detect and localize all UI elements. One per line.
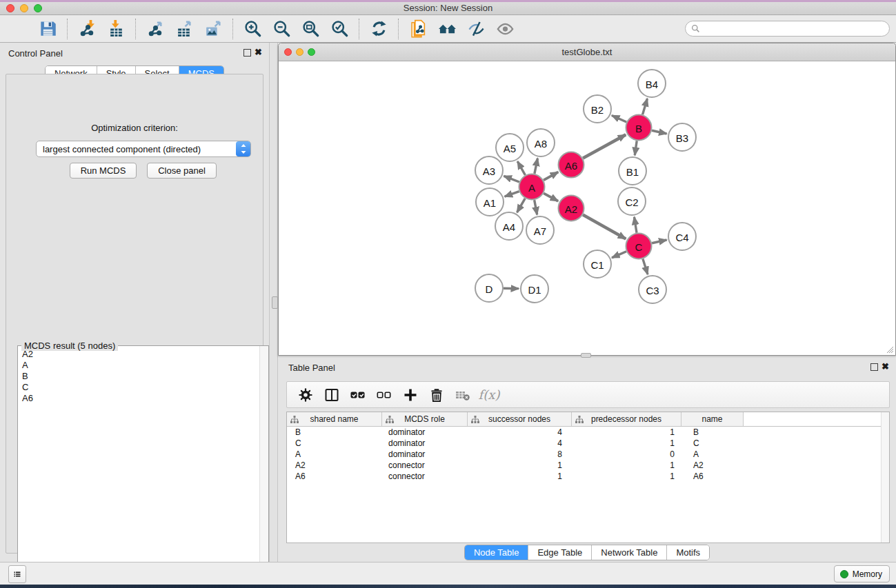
graph-node-C1[interactable]: C1 xyxy=(584,250,611,278)
delete-table-button[interactable] xyxy=(451,384,475,406)
network-graph[interactable]: AA1A3A5A8A6A2A4A7BB1B2B3B4CC1C2C3C4DD1 xyxy=(279,61,895,355)
run-mcds-button[interactable]: Run MCDS xyxy=(70,163,137,179)
add-column-button[interactable] xyxy=(399,384,422,406)
graph-node-B2[interactable]: B2 xyxy=(584,95,611,123)
zoom-in-button[interactable] xyxy=(240,17,265,41)
result-item[interactable]: B xyxy=(22,371,259,382)
graph-node-A7[interactable]: A7 xyxy=(526,216,554,244)
table-row[interactable]: A2connector11A2 xyxy=(287,460,889,471)
graph-edge-A-A8[interactable] xyxy=(535,159,538,174)
graph-node-A8[interactable]: A8 xyxy=(527,129,555,156)
graph-node-B[interactable]: B xyxy=(626,115,652,141)
table-row[interactable]: Bdominator41B xyxy=(287,427,889,438)
new-network-from-selection-button[interactable] xyxy=(406,17,430,41)
refresh-view-button[interactable] xyxy=(366,17,391,41)
table-row[interactable]: A6connector11A6 xyxy=(287,471,889,482)
graph-node-D[interactable]: D xyxy=(475,274,503,302)
float-table-panel-icon[interactable] xyxy=(870,363,878,371)
result-list-scrollbar[interactable] xyxy=(259,346,268,583)
graph-edge-A6-B[interactable] xyxy=(583,134,626,158)
column-header-shared-name[interactable]: shared name xyxy=(287,412,382,426)
graph-node-C3[interactable]: C3 xyxy=(639,276,666,303)
network-window-titlebar[interactable]: testGlobe.txt xyxy=(279,43,895,61)
show-all-button[interactable] xyxy=(492,17,517,41)
graph-node-A1[interactable]: A1 xyxy=(476,188,504,216)
criterion-select[interactable]: largest connected component (directed) xyxy=(36,141,251,157)
table-scrollbar[interactable] xyxy=(881,412,889,543)
resize-grip-icon[interactable] xyxy=(886,345,894,354)
graph-edge-A-A4[interactable] xyxy=(517,199,526,212)
graph-node-A5[interactable]: A5 xyxy=(496,134,524,161)
import-network-button[interactable] xyxy=(74,17,99,41)
horizontal-scroll-thumb[interactable] xyxy=(581,353,591,358)
zoom-fit-button[interactable] xyxy=(298,17,323,41)
select-all-button[interactable] xyxy=(346,384,370,406)
float-panel-icon[interactable] xyxy=(243,49,251,57)
zoom-selected-button[interactable] xyxy=(327,17,352,41)
graph-edge-A-A1[interactable] xyxy=(505,192,519,197)
column-header-predecessor-nodes[interactable]: predecessor nodes xyxy=(572,412,681,426)
graph-node-A2[interactable]: A2 xyxy=(559,196,584,221)
import-table-button[interactable] xyxy=(103,17,128,41)
delete-column-button[interactable] xyxy=(425,384,448,406)
column-header-name[interactable]: name xyxy=(681,412,744,426)
deselect-all-button[interactable] xyxy=(372,384,396,406)
graph-node-A4[interactable]: A4 xyxy=(495,212,523,240)
table-settings-button[interactable] xyxy=(294,384,317,406)
graph-edge-C-C2[interactable] xyxy=(634,217,637,233)
graph-edge-A-A3[interactable] xyxy=(504,176,519,182)
export-network-button[interactable] xyxy=(143,17,168,41)
graph-node-B1[interactable]: B1 xyxy=(619,157,646,185)
column-header-mcds-role[interactable]: MCDS role xyxy=(382,412,468,426)
function-builder-button[interactable]: f(x) xyxy=(477,384,501,406)
table-row[interactable]: Cdominator41C xyxy=(287,438,889,449)
graph-edge-B-B4[interactable] xyxy=(643,99,648,114)
save-session-button[interactable] xyxy=(35,17,60,41)
result-item[interactable]: C xyxy=(22,382,259,393)
search-box[interactable] xyxy=(685,21,890,37)
graph-edge-A2-C[interactable] xyxy=(583,215,626,239)
graph-edge-A-A7[interactable] xyxy=(535,200,537,214)
show-tasks-button[interactable] xyxy=(8,565,26,583)
table-row[interactable]: Adominator80A xyxy=(287,449,889,460)
search-input[interactable] xyxy=(704,23,884,34)
graph-node-A6[interactable]: A6 xyxy=(559,152,584,178)
graph-edge-B-B1[interactable] xyxy=(635,141,637,155)
close-panel-icon[interactable]: ✖ xyxy=(255,47,262,57)
graph-edge-B-B3[interactable] xyxy=(652,130,667,134)
result-item[interactable]: A6 xyxy=(22,393,259,404)
graph-node-B4[interactable]: B4 xyxy=(638,70,666,97)
close-panel-button[interactable]: Close panel xyxy=(147,163,217,179)
graph-node-B3[interactable]: B3 xyxy=(668,123,696,151)
graph-edge-A-A5[interactable] xyxy=(517,161,525,175)
export-image-button[interactable] xyxy=(201,17,226,41)
graph-edge-B-B2[interactable] xyxy=(612,115,626,122)
graph-node-A[interactable]: A xyxy=(519,174,545,200)
graph-node-A3[interactable]: A3 xyxy=(475,156,503,184)
result-item[interactable]: A xyxy=(22,360,259,371)
close-table-panel-icon[interactable]: ✖ xyxy=(882,361,889,372)
memory-button[interactable]: Memory xyxy=(834,565,890,582)
vertical-scroll-thumb[interactable] xyxy=(272,296,278,309)
result-item[interactable]: A2 xyxy=(22,349,259,360)
column-header-successor-nodes[interactable]: successor nodes xyxy=(468,412,572,426)
tab-network-table[interactable]: Network Table xyxy=(592,545,667,560)
network-canvas[interactable]: AA1A3A5A8A6A2A4A7BB1B2B3B4CC1C2C3C4DD1 xyxy=(279,61,895,355)
graph-node-D1[interactable]: D1 xyxy=(521,275,548,303)
export-table-button[interactable] xyxy=(172,17,197,41)
graph-edge-A-A6[interactable] xyxy=(544,172,558,181)
graph-edge-A-A2[interactable] xyxy=(544,193,558,201)
graph-node-C[interactable]: C xyxy=(626,234,652,259)
show-columns-button[interactable] xyxy=(320,384,344,406)
graph-edge-C-C3[interactable] xyxy=(643,259,648,274)
zoom-out-button[interactable] xyxy=(269,17,294,41)
graph-edge-C-C1[interactable] xyxy=(612,252,626,258)
open-session-button[interactable] xyxy=(6,17,31,41)
tab-edge-table[interactable]: Edge Table xyxy=(528,545,592,560)
graph-node-C4[interactable]: C4 xyxy=(668,223,696,250)
apply-layout-button[interactable] xyxy=(435,17,459,41)
hide-selected-button[interactable] xyxy=(464,17,488,41)
tab-motifs[interactable]: Motifs xyxy=(667,545,709,560)
tab-node-table[interactable]: Node Table xyxy=(465,545,529,560)
graph-edge-C-C4[interactable] xyxy=(652,240,667,243)
